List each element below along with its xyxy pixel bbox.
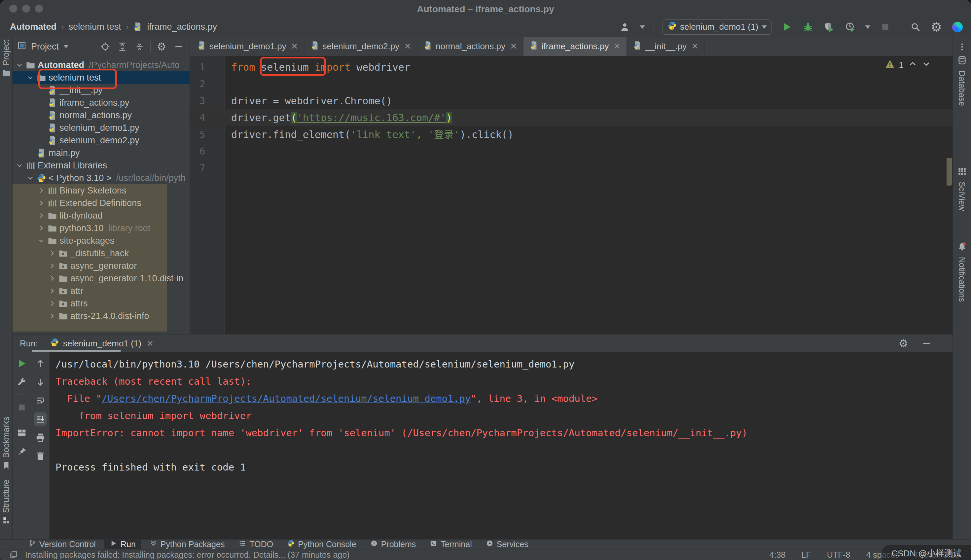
hide-run-panel-button[interactable] <box>920 337 933 350</box>
inspections-widget[interactable]: 1 <box>886 60 931 71</box>
toolwindow-database-button[interactable]: Database <box>953 55 971 106</box>
status-widget-4-38[interactable]: 4:38 <box>769 550 786 560</box>
tree-item-lib-dynload[interactable]: lib-dynload <box>13 209 190 222</box>
close-tab-icon[interactable]: ✕ <box>404 41 411 52</box>
toolwindow-button-run[interactable]: Run <box>104 540 141 550</box>
project-options-button[interactable]: ⚙ <box>155 40 168 53</box>
toolwindow-bookmarks-button[interactable]: Bookmarks <box>0 417 12 472</box>
stop-button[interactable] <box>879 21 891 33</box>
tree-item-site-packages[interactable]: site-packages <box>13 235 190 247</box>
status-widget-utf-8[interactable]: UTF-8 <box>827 550 851 560</box>
editor-tab-normal-actions-py[interactable]: normal_actions.py✕ <box>417 37 524 56</box>
toolwindow-button-python-console[interactable]: Python Console <box>282 540 362 550</box>
tree-item-extended-definitions[interactable]: Extended Definitions <box>13 197 190 209</box>
toolwindow-project-button[interactable]: Project <box>0 40 12 79</box>
tree-item-selenium-test[interactable]: selenium test <box>13 71 190 84</box>
tree-item-automated[interactable]: Automated/PycharmProjects/Auto <box>13 59 190 71</box>
search-everywhere-button[interactable] <box>909 21 921 33</box>
run-config-select[interactable]: selenium_demo1 (1) <box>662 20 772 35</box>
chevron-down-icon[interactable] <box>15 162 25 169</box>
tree-item-async-generator-1-10-dist-in[interactable]: async_generator-1.10.dist-in <box>13 272 190 285</box>
breadcrumb-item-selenium-test[interactable]: selenium test <box>69 22 121 32</box>
tree-item-init-py[interactable]: __init__.py <box>13 84 190 97</box>
chevron-down-icon[interactable] <box>15 62 25 69</box>
chevron-right-icon[interactable] <box>47 287 57 295</box>
tree-item-attrs[interactable]: attrs <box>13 297 190 310</box>
toolwindow-button-version-control[interactable]: Version Control <box>23 540 101 550</box>
chevron-down-icon[interactable] <box>25 74 35 81</box>
tree-item-async-generator[interactable]: async_generator <box>13 260 190 272</box>
tree-item-distutils-hack[interactable]: _distutils_hack <box>13 247 190 260</box>
status-widget-lf[interactable]: LF <box>801 550 811 560</box>
rerun-button[interactable] <box>15 357 28 370</box>
tree-item-attr[interactable]: attr <box>13 285 190 297</box>
chevron-right-icon[interactable] <box>36 212 46 219</box>
settings-button[interactable]: ⚙ <box>930 21 943 33</box>
project-view-caret-icon[interactable] <box>63 45 69 48</box>
restore-layout-button[interactable] <box>15 426 28 440</box>
down-stacktrace-button[interactable] <box>34 375 47 388</box>
stacktrace-link[interactable]: /Users/chen/PycharmProjects/Automated/se… <box>102 393 470 404</box>
close-tab-icon[interactable]: ✕ <box>510 41 517 52</box>
toolwindow-button-todo[interactable]: TODO <box>233 540 279 550</box>
chevron-right-icon[interactable] <box>36 200 46 207</box>
editor-tab-iframe-actions-py[interactable]: iframe_actions.py✕ <box>524 37 627 56</box>
pin-tab-button[interactable] <box>15 445 28 458</box>
user-menu-button[interactable] <box>619 21 631 33</box>
chevron-right-icon[interactable] <box>47 300 57 307</box>
code-editor[interactable]: 1234567 from selenium import webdriverdr… <box>190 56 953 334</box>
close-tab-icon[interactable]: ✕ <box>691 41 699 52</box>
locate-file-button[interactable] <box>99 40 111 53</box>
breadcrumb-item-iframe-actions-py[interactable]: iframe_actions.py <box>147 22 217 32</box>
run-settings-button[interactable]: ⚙ <box>897 337 909 350</box>
breadcrumb-item-automated[interactable]: Automated <box>10 22 57 32</box>
project-panel-title[interactable]: Project <box>31 42 59 52</box>
toolwindow-sciview-button[interactable]: SciView <box>953 167 971 211</box>
close-run-tab-icon[interactable]: ✕ <box>147 339 153 348</box>
status-message[interactable]: Installing packages failed: Installing p… <box>25 550 349 560</box>
editor-scrollbar-thumb[interactable] <box>946 158 952 185</box>
toolwindow-button-terminal[interactable]: Terminal <box>424 540 477 550</box>
hide-project-panel-button[interactable] <box>172 40 185 53</box>
chevron-down-icon[interactable] <box>36 237 46 244</box>
soft-wrap-button[interactable] <box>34 394 47 407</box>
debug-button[interactable] <box>802 21 814 33</box>
tree-item-python-3-10[interactable]: < Python 3.10 >/usr/local/bin/pyth <box>13 172 190 184</box>
prev-warning-icon[interactable] <box>908 60 917 71</box>
scroll-to-end-button[interactable] <box>34 412 47 426</box>
tree-item-iframe-actions-py[interactable]: iframe_actions.py <box>13 97 190 109</box>
editor-tab-selenium-demo1-py[interactable]: selenium_demo1.py✕ <box>191 37 305 56</box>
toolwindow-structure-button[interactable]: Structure <box>0 480 12 527</box>
toolwindow-button-services[interactable]: Services <box>480 540 534 550</box>
run-console[interactable]: /usr/local/bin/python3.10 /Users/chen/Py… <box>55 356 949 476</box>
next-warning-icon[interactable] <box>922 60 931 71</box>
chevron-right-icon[interactable] <box>36 225 46 232</box>
tree-item-selenium-demo1-py[interactable]: selenium_demo1.py <box>13 122 190 134</box>
editor-tab-init-py[interactable]: __init__.py✕ <box>627 37 705 56</box>
toolwindow-button-python-packages[interactable]: Python Packages <box>144 540 230 550</box>
profiler-caret-icon[interactable] <box>865 25 870 29</box>
run-tab[interactable]: selenium_demo1 (1) ✕ <box>47 338 157 349</box>
code-area[interactable]: from selenium import webdriverdriver = w… <box>225 59 946 177</box>
chevron-right-icon[interactable] <box>47 250 57 257</box>
tree-item-selenium-demo2-py[interactable]: selenium_demo2.py <box>13 134 190 147</box>
tab-options-kebab-icon[interactable] <box>958 42 967 53</box>
chevron-right-icon[interactable] <box>47 275 57 282</box>
tree-item-main-py[interactable]: main.py <box>13 147 190 159</box>
ide-logo-sphere-icon[interactable] <box>951 21 964 33</box>
chevron-right-icon[interactable] <box>36 187 46 194</box>
toolwindow-notifications-button[interactable]: Notifications <box>953 242 971 302</box>
close-tab-icon[interactable]: ✕ <box>291 41 298 52</box>
edit-configuration-button[interactable] <box>15 375 28 388</box>
run-button[interactable] <box>781 21 793 33</box>
tree-item-attrs-21-4-0-dist-info[interactable]: attrs-21.4.0.dist-info <box>13 310 190 322</box>
print-console-button[interactable] <box>34 431 47 444</box>
coverage-button[interactable] <box>823 21 835 33</box>
tree-item-external-libraries[interactable]: External Libraries <box>13 159 190 172</box>
clear-console-button[interactable] <box>34 449 47 463</box>
toolwindow-button-problems[interactable]: Problems <box>365 540 421 550</box>
expand-all-button[interactable] <box>116 40 128 53</box>
tree-item-normal-actions-py[interactable]: normal_actions.py <box>13 109 190 122</box>
up-stacktrace-button[interactable] <box>34 357 47 370</box>
chevron-down-icon[interactable] <box>25 174 35 182</box>
